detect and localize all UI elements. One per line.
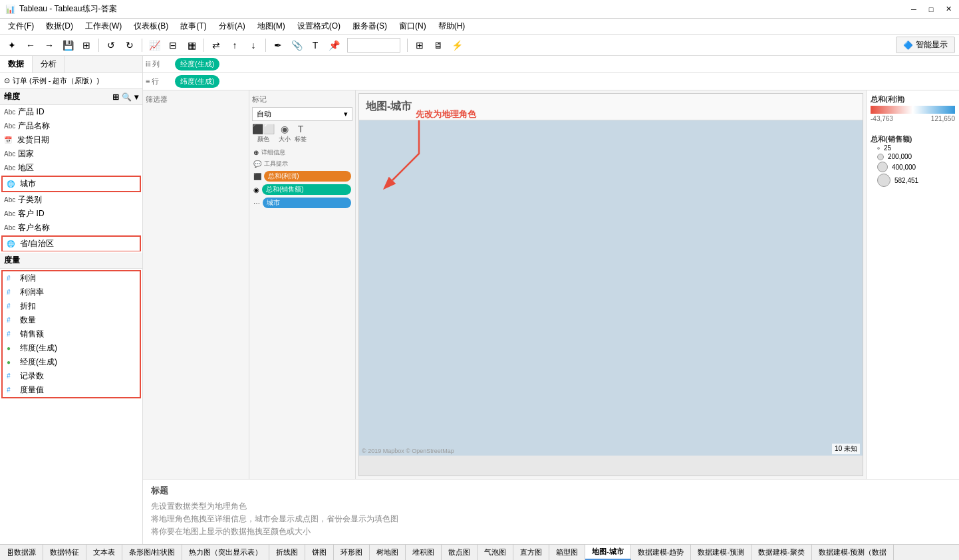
toolbar-back-button[interactable]: ← (23, 37, 39, 53)
toolbar-sortdesc-button[interactable]: ↓ (245, 37, 261, 53)
field-city[interactable]: 🌐 城市 (1, 176, 141, 192)
search-icon[interactable]: 🔍 (122, 92, 132, 102)
field-customer-id[interactable]: Abc 客户 ID (0, 207, 142, 221)
tab-analysis[interactable]: 分析 (33, 56, 65, 72)
tab-scatter[interactable]: 散点图 (442, 545, 478, 560)
toolbar-search-box[interactable] (347, 38, 400, 53)
field-profit[interactable]: # 利润 (3, 271, 140, 285)
tab-map-city[interactable]: 地图-城市 (585, 545, 631, 560)
marks-color-btn[interactable]: ⬛⬜ 颜色 (252, 124, 275, 144)
toolbar-grid-button[interactable]: ⊞ (412, 37, 428, 53)
field-latitude[interactable]: ● 纬度(生成) (3, 341, 140, 355)
map-container[interactable]: 哈萨克斯坦 伊朗 巴基斯坦 印度 中国 日本 蒙古 (359, 120, 863, 456)
tab-histogram[interactable]: 直方图 (513, 545, 549, 560)
toolbar-save-button[interactable]: 💾 (60, 37, 76, 53)
tab-data-char[interactable]: 数据特征 (43, 545, 86, 560)
columns-pill[interactable]: 经度(生成) (175, 58, 219, 70)
toolbar-sortasc-button[interactable]: ↑ (227, 37, 243, 53)
field-product-name[interactable]: Abc 产品名称 (0, 119, 142, 133)
toolbar-adddata-button[interactable]: ⊞ (78, 37, 94, 53)
maximize-button[interactable]: □ (926, 4, 936, 15)
field-longitude[interactable]: ● 经度(生成) (3, 355, 140, 369)
tab-stack-label: 堆积图 (412, 547, 434, 557)
menu-worksheet[interactable]: 工作表(W) (80, 19, 127, 33)
field-region[interactable]: Abc 地区 (0, 161, 142, 175)
tab-text[interactable]: 文本表 (86, 545, 122, 560)
toolbar-monitor-button[interactable]: 🖥 (430, 37, 446, 53)
dimensions-menu-icon[interactable]: ▾ (134, 92, 138, 102)
toolbar-undo-button[interactable]: ↺ (103, 37, 119, 53)
field-sales[interactable]: # 销售额 (3, 327, 140, 341)
field-measure-values[interactable]: # 度量值 (3, 383, 140, 397)
tab-model-predict2[interactable]: 数据建模-预测（数据 (812, 545, 894, 560)
tab-treemap[interactable]: 树地图 (370, 545, 406, 560)
toolbar-text-button[interactable]: T (307, 37, 323, 53)
toolbar-chart-button[interactable]: 📈 (146, 37, 162, 53)
toolbar-redo-button[interactable]: ↻ (122, 37, 138, 53)
field-record-count[interactable]: # 记录数 (3, 369, 140, 383)
tab-model-trend[interactable]: 数据建模-趋势 (631, 545, 692, 560)
grid-view-icon[interactable]: ⊞ (112, 92, 119, 102)
desc-line-1: 先设置数据类型为地理角色 (151, 501, 951, 512)
tab-heatmap[interactable]: 热力图（突出显示表） (182, 545, 269, 560)
tab-data[interactable]: 数据 (0, 56, 33, 72)
tab-stack[interactable]: 堆积图 (406, 545, 442, 560)
marks-sales-field[interactable]: ◉ 总和(销售额) (252, 184, 352, 196)
toolbar-bar-button[interactable]: ▦ (184, 37, 200, 53)
minimize-button[interactable]: ─ (908, 4, 919, 15)
field-province[interactable]: 🌐 省/自治区 (1, 235, 141, 251)
field-country[interactable]: Abc 国家 (0, 147, 142, 161)
marks-dropdown[interactable]: 自动 ▾ (252, 107, 352, 121)
marks-size-btn[interactable]: ◉ 大小 (279, 124, 291, 144)
abc-icon: Abc (4, 164, 15, 172)
hash-icon: # (7, 303, 17, 310)
smart-show-label: 智能显示 (916, 39, 948, 51)
toolbar-pen-button[interactable]: ✒ (270, 37, 286, 53)
circle-25 (877, 147, 880, 150)
tab-line[interactable]: 折线图 (269, 545, 305, 560)
tab-bar-label: 条形图/柱状图 (129, 547, 175, 557)
circle-582k (877, 174, 890, 187)
field-subcategory[interactable]: Abc 子类别 (0, 193, 142, 207)
field-ship-date[interactable]: 📅 发货日期 (0, 133, 142, 147)
menu-window[interactable]: 窗口(N) (394, 19, 432, 33)
source-label: 订单 (示例 - 超市（原版）) (13, 76, 99, 86)
tab-datasource[interactable]: 🗄 数据源 (0, 545, 43, 560)
marks-label-btn[interactable]: T 标签 (295, 124, 307, 144)
tab-donut[interactable]: 环形图 (334, 545, 370, 560)
menu-dashboard[interactable]: 仪表板(B) (128, 19, 174, 33)
field-discount[interactable]: # 折扣 (3, 299, 140, 313)
toolbar-table-button[interactable]: ⊟ (165, 37, 181, 53)
tab-bubble[interactable]: 气泡图 (478, 545, 513, 560)
menu-data[interactable]: 数据(D) (41, 19, 78, 33)
menu-map[interactable]: 地图(M) (252, 19, 291, 33)
menu-server[interactable]: 服务器(S) (347, 19, 392, 33)
toolbar-share-button[interactable]: ⚡ (449, 37, 465, 53)
menu-story[interactable]: 故事(T) (175, 19, 211, 33)
marks-profit-field[interactable]: ⬛ 总和(利润) (252, 170, 352, 182)
toolbar-clip-button[interactable]: 📎 (289, 37, 305, 53)
menu-format[interactable]: 设置格式(O) (292, 19, 346, 33)
circle-200k-label: 200,000 (888, 153, 912, 160)
menu-file[interactable]: 文件(F) (3, 19, 39, 33)
menu-analysis[interactable]: 分析(A) (213, 19, 251, 33)
field-customer-name[interactable]: Abc 客户名称 (0, 221, 142, 235)
toolbar-pin-button[interactable]: 📌 (326, 37, 342, 53)
close-button[interactable]: ✕ (943, 4, 954, 15)
field-profit-ratio[interactable]: # 利润率 (3, 285, 140, 299)
toolbar-new-button[interactable]: ✦ (4, 37, 20, 53)
tab-pie[interactable]: 饼图 (305, 545, 334, 560)
menu-help[interactable]: 帮助(H) (433, 19, 471, 33)
toolbar-forward-button[interactable]: → (41, 37, 57, 53)
field-product-id[interactable]: Abc 产品 ID (0, 105, 142, 119)
tab-model-predict[interactable]: 数据建模-预测 (691, 545, 752, 560)
marks-city-field[interactable]: ⋯ 城市 (252, 197, 352, 209)
field-quantity[interactable]: # 数量 (3, 313, 140, 327)
toolbar-swap-button[interactable]: ⇄ (208, 37, 224, 53)
rows-pill[interactable]: 纬度(生成) (175, 75, 219, 88)
smart-show-button[interactable]: 🔷 智能显示 (896, 37, 955, 53)
tab-model-cluster[interactable]: 数据建模-聚类 (752, 545, 812, 560)
tab-bar[interactable]: 条形图/柱状图 (122, 545, 182, 560)
tab-box[interactable]: 箱型图 (549, 545, 585, 560)
source-selector[interactable]: ⊙ 订单 (示例 - 超市（原版）) (0, 73, 142, 89)
